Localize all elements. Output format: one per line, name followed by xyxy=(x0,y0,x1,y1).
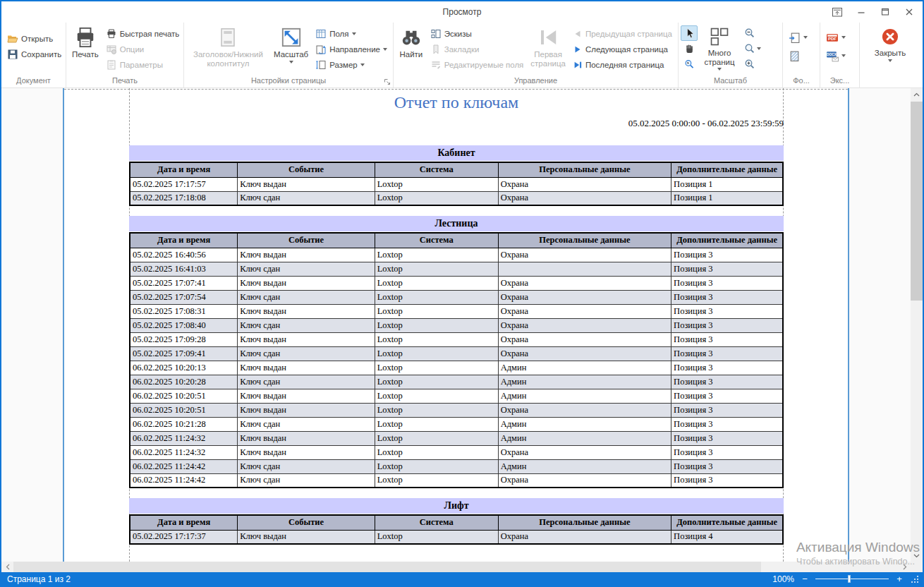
bookmarks-button: Закладки xyxy=(427,42,528,57)
table-cell: Позиция 4 xyxy=(671,530,783,544)
column-header: Дата и время xyxy=(130,233,238,248)
column-header: Персональные данные xyxy=(498,515,671,530)
table-cell: Ключ сдан xyxy=(238,459,375,473)
zoom-in-button[interactable] xyxy=(741,56,758,72)
thumbnails-button[interactable]: Эскизы xyxy=(427,26,528,42)
table-cell: Loxtop xyxy=(375,473,498,488)
preview-window: Просмотр Открыть xyxy=(0,0,924,587)
section-table: Дата и времяСобытиеСистемаПерсональные д… xyxy=(129,162,784,206)
zoom-level-button[interactable] xyxy=(741,41,764,56)
table-row: 06.02.2025 10:21:28Ключ сданLoxtopАдминП… xyxy=(130,417,783,431)
close-window-button[interactable] xyxy=(897,4,921,20)
orientation-button[interactable]: Направление xyxy=(312,42,391,57)
horizontal-scroll-track[interactable] xyxy=(13,562,899,572)
pointer-tool-button[interactable] xyxy=(681,25,698,41)
scroll-up-icon[interactable] xyxy=(911,88,923,100)
save-button[interactable]: Сохранить xyxy=(4,47,65,62)
zoom-out-slider-button[interactable]: − xyxy=(801,574,808,584)
hand-icon xyxy=(684,43,695,54)
close-dropdown-arrow xyxy=(888,59,892,62)
zoom-slider-thumb[interactable] xyxy=(848,575,851,583)
zoom-region-tool-button[interactable] xyxy=(681,56,698,72)
vertical-scrollbar[interactable] xyxy=(911,88,923,562)
scroll-down-icon[interactable] xyxy=(911,550,923,562)
vertical-scroll-thumb[interactable] xyxy=(911,102,923,301)
column-header: Событие xyxy=(238,233,375,248)
table-cell: 06.02.2025 10:20:51 xyxy=(130,389,238,403)
table-cell: Позиция 3 xyxy=(671,403,783,417)
maximize-button[interactable] xyxy=(873,4,897,20)
margins-button[interactable]: Поля xyxy=(312,26,391,42)
table-cell: Loxtop xyxy=(375,276,498,290)
column-header: Событие xyxy=(238,162,375,177)
find-button[interactable]: Найти xyxy=(396,24,427,75)
send-email-button[interactable]: DOCX xyxy=(822,47,849,65)
table-cell: 05.02.2025 17:18:08 xyxy=(130,191,238,205)
table-cell: Ключ выдан xyxy=(238,431,375,445)
send-docx-icon: DOCX xyxy=(826,50,839,62)
table-cell: Охрана xyxy=(498,332,671,346)
resize-grip[interactable] xyxy=(911,576,918,583)
find-binoculars-icon xyxy=(400,27,423,48)
table-cell: Ключ выдан xyxy=(238,403,375,417)
table-cell: Охрана xyxy=(498,177,671,191)
zoom-slider[interactable] xyxy=(815,572,889,586)
print-button[interactable]: Печать xyxy=(68,24,102,75)
header-footer-button: Заголовок/Нижний колонтитул xyxy=(186,24,270,75)
table-row: 05.02.2025 16:41:03Ключ сданLoxtopПозици… xyxy=(130,262,783,276)
table-row: 05.02.2025 17:18:08Ключ сданLoxtopОхрана… xyxy=(130,191,783,205)
title-bar[interactable]: Просмотр xyxy=(1,1,923,23)
table-cell: Позиция 3 xyxy=(671,445,783,459)
table-cell: Позиция 3 xyxy=(671,361,783,375)
previous-page-icon xyxy=(573,29,583,39)
table-cell: Ключ выдан xyxy=(238,304,375,318)
size-button[interactable]: Размер xyxy=(312,57,391,73)
minimize-button[interactable] xyxy=(849,4,873,20)
report-sections: Кабинет Дата и времяСобытиеСистемаПерсон… xyxy=(129,145,784,545)
horizontal-scroll-thumb[interactable] xyxy=(13,562,761,572)
scale-button[interactable]: Масштаб xyxy=(270,24,312,75)
ribbon-group-navigation: Найти Эскизы Закладки Редактируемые поля xyxy=(394,23,679,87)
zoom-out-icon xyxy=(744,28,755,39)
scroll-right-icon[interactable] xyxy=(899,562,911,572)
table-row: 05.02.2025 17:17:37Ключ выданLoxtopОхран… xyxy=(130,530,783,544)
group-caption-zoom: Масштаб xyxy=(681,75,780,87)
table-cell: Позиция 3 xyxy=(671,262,783,276)
export-pdf-button[interactable]: PDF xyxy=(822,28,849,47)
quick-print-button[interactable]: Быстрая печать xyxy=(102,26,183,42)
zoom-in-slider-button[interactable]: + xyxy=(896,574,903,584)
zoom-out-button[interactable] xyxy=(741,25,758,41)
table-cell: Админ xyxy=(498,417,671,431)
zoom-in-icon xyxy=(744,59,755,70)
table-cell: Охрана xyxy=(498,445,671,459)
table-cell: 05.02.2025 17:09:28 xyxy=(130,332,238,346)
ribbon-toggle-icon[interactable] xyxy=(825,4,849,20)
hand-tool-button[interactable] xyxy=(681,41,698,56)
table-cell: Позиция 3 xyxy=(671,417,783,431)
table-cell: Ключ выдан xyxy=(238,389,375,403)
table-cell: Loxtop xyxy=(375,346,498,361)
open-button[interactable]: Открыть xyxy=(4,31,65,47)
scroll-left-icon[interactable] xyxy=(1,562,13,572)
next-page-button[interactable]: Следующая страница xyxy=(569,42,676,57)
table-cell: 06.02.2025 11:24:42 xyxy=(130,459,238,473)
print-parameters-button: Параметры xyxy=(102,57,183,73)
table-cell: Ключ сдан xyxy=(238,290,375,304)
table-cell: 05.02.2025 17:17:37 xyxy=(130,530,238,544)
table-cell: Позиция 3 xyxy=(671,375,783,389)
first-page-button: Первая страница xyxy=(527,24,569,75)
page-setup-dialog-launcher-icon[interactable] xyxy=(383,78,391,86)
watermark-dropdown-arrow xyxy=(803,36,808,39)
watermark-button[interactable] xyxy=(785,28,811,47)
table-row: 06.02.2025 11:24:32Ключ выданLoxtopАдмин… xyxy=(130,431,783,445)
table-row: 06.02.2025 11:24:32Ключ выданLoxtopОхран… xyxy=(130,445,783,459)
table-row: 06.02.2025 10:20:51Ключ выданLoxtopОхран… xyxy=(130,403,783,417)
close-preview-button[interactable]: Закрыть xyxy=(871,24,909,75)
horizontal-scrollbar[interactable] xyxy=(1,562,923,572)
table-cell: Охрана xyxy=(498,290,671,304)
page-color-button[interactable] xyxy=(785,47,811,65)
size-dropdown-arrow xyxy=(360,63,365,66)
last-page-button[interactable]: Последняя страница xyxy=(569,57,676,73)
many-pages-button[interactable]: Много страниц xyxy=(698,24,741,75)
document-preview-area[interactable]: Отчет по ключам 05.02.2025 0:00:00 - 06.… xyxy=(1,88,923,562)
